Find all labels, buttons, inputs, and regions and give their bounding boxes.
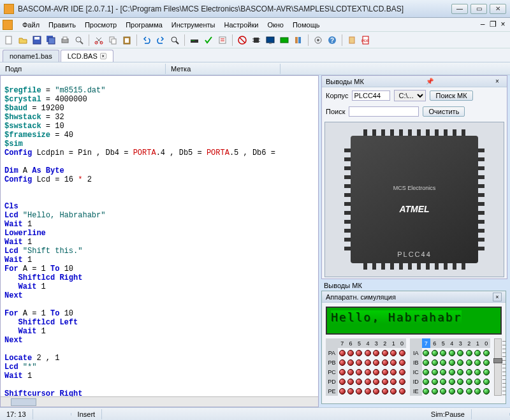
- led-IE-5[interactable]: [440, 388, 446, 395]
- led-PE-5[interactable]: [356, 388, 362, 395]
- led-PD-7[interactable]: [339, 379, 346, 385]
- led-PA-0[interactable]: [399, 350, 405, 356]
- led-IC-5[interactable]: [440, 369, 446, 375]
- led-ID-4[interactable]: [449, 379, 455, 385]
- led-PA-2[interactable]: [382, 350, 388, 356]
- led-PE-1[interactable]: [390, 388, 397, 395]
- tab-lcd-bas[interactable]: LCD.BAS×: [61, 50, 113, 62]
- led-ID-1[interactable]: [474, 379, 481, 385]
- show-result-button[interactable]: [216, 34, 229, 47]
- options-button[interactable]: [312, 34, 324, 47]
- led-IC-1[interactable]: [474, 369, 481, 375]
- horizontal-scrollbar[interactable]: [1, 396, 318, 407]
- led-PD-4[interactable]: [365, 379, 371, 385]
- led-PB-2[interactable]: [382, 359, 388, 366]
- led-IC-7[interactable]: [423, 369, 429, 375]
- led-IB-5[interactable]: [440, 359, 446, 366]
- mdi-minimize-button[interactable]: –: [478, 20, 487, 29]
- new-file-button[interactable]: [3, 34, 15, 47]
- sim-close-button[interactable]: ×: [493, 293, 502, 301]
- led-PA-1[interactable]: [390, 350, 397, 356]
- led-PB-7[interactable]: [339, 359, 346, 366]
- code-editor[interactable]: $regfile = "m8515.dat" $crystal = 400000…: [0, 75, 319, 407]
- led-PE-0[interactable]: [399, 388, 405, 395]
- paste-button[interactable]: [120, 34, 133, 47]
- menu-edit[interactable]: Править: [44, 20, 80, 30]
- led-ID-3[interactable]: [457, 379, 463, 385]
- menu-file[interactable]: Файл: [18, 20, 44, 30]
- case-input[interactable]: [352, 91, 390, 101]
- led-PE-4[interactable]: [365, 388, 371, 395]
- led-PD-1[interactable]: [390, 379, 397, 385]
- sim-slider[interactable]: [494, 338, 502, 396]
- led-PA-7[interactable]: [339, 350, 346, 356]
- led-IA-0[interactable]: [483, 350, 490, 356]
- led-IE-1[interactable]: [474, 388, 481, 395]
- led-IA-3[interactable]: [457, 350, 463, 356]
- led-PD-5[interactable]: [356, 379, 362, 385]
- help-button[interactable]: ?: [326, 34, 339, 47]
- led-IA-2[interactable]: [466, 350, 472, 356]
- led-IA-4[interactable]: [449, 350, 455, 356]
- copy-button[interactable]: [106, 34, 119, 47]
- menu-tools[interactable]: Инструменты: [167, 20, 220, 30]
- led-PA-3[interactable]: [373, 350, 379, 356]
- search-chip-button[interactable]: Поиск МК: [430, 91, 472, 101]
- led-PC-5[interactable]: [356, 369, 362, 375]
- led-IE-6[interactable]: [432, 388, 438, 395]
- led-PE-7[interactable]: [339, 388, 346, 395]
- syntax-check-button[interactable]: [202, 34, 215, 47]
- led-ID-2[interactable]: [466, 379, 472, 385]
- undo-button[interactable]: [140, 34, 153, 47]
- led-PC-3[interactable]: [373, 369, 379, 375]
- led-IE-0[interactable]: [483, 388, 490, 395]
- pdf-viewer-button[interactable]: PDF: [360, 34, 372, 47]
- led-PB-6[interactable]: [347, 359, 354, 366]
- led-PC-4[interactable]: [365, 369, 371, 375]
- led-PB-4[interactable]: [365, 359, 371, 366]
- led-IB-2[interactable]: [466, 359, 472, 366]
- program-chip-button[interactable]: [250, 34, 263, 47]
- led-IA-6[interactable]: [432, 350, 438, 356]
- compile-button[interactable]: [188, 34, 201, 47]
- led-PA-5[interactable]: [356, 350, 362, 356]
- led-IB-1[interactable]: [474, 359, 481, 366]
- pin-panel-icon[interactable]: 📌: [426, 78, 433, 85]
- menu-window[interactable]: Окно: [263, 20, 288, 30]
- led-PC-0[interactable]: [399, 369, 405, 375]
- lcd-designer-button[interactable]: [278, 34, 291, 47]
- led-IA-7[interactable]: [423, 350, 429, 356]
- led-IC-4[interactable]: [449, 369, 455, 375]
- lib-manager-button[interactable]: [292, 34, 305, 47]
- menu-help[interactable]: Помощь: [288, 20, 324, 30]
- led-PE-3[interactable]: [373, 388, 379, 395]
- led-IC-3[interactable]: [457, 369, 463, 375]
- find-button[interactable]: [168, 34, 181, 47]
- save-all-button[interactable]: [45, 34, 57, 47]
- led-PA-6[interactable]: [347, 350, 354, 356]
- led-IA-1[interactable]: [474, 350, 481, 356]
- led-PB-1[interactable]: [390, 359, 397, 366]
- menu-settings[interactable]: Настройки: [219, 20, 263, 30]
- close-tab-icon[interactable]: ×: [100, 53, 106, 59]
- open-file-button[interactable]: [17, 34, 29, 47]
- led-IA-5[interactable]: [440, 350, 446, 356]
- led-IC-6[interactable]: [432, 369, 438, 375]
- led-PA-4[interactable]: [365, 350, 371, 356]
- preview-button[interactable]: [73, 34, 85, 47]
- led-IB-3[interactable]: [457, 359, 463, 366]
- search-input[interactable]: [349, 106, 419, 117]
- led-IC-2[interactable]: [466, 369, 472, 375]
- led-PD-3[interactable]: [373, 379, 379, 385]
- clear-button[interactable]: Очистить: [423, 106, 465, 117]
- redo-button[interactable]: [154, 34, 167, 47]
- led-PE-6[interactable]: [347, 388, 354, 395]
- led-PD-0[interactable]: [399, 379, 405, 385]
- led-PC-6[interactable]: [347, 369, 354, 375]
- led-IB-0[interactable]: [483, 359, 490, 366]
- mdi-close-button[interactable]: ×: [499, 20, 507, 29]
- led-ID-6[interactable]: [432, 379, 438, 385]
- led-IE-4[interactable]: [449, 388, 455, 395]
- close-panel-icon[interactable]: ×: [495, 78, 503, 85]
- tab-noname1[interactable]: noname1.bas: [3, 50, 59, 62]
